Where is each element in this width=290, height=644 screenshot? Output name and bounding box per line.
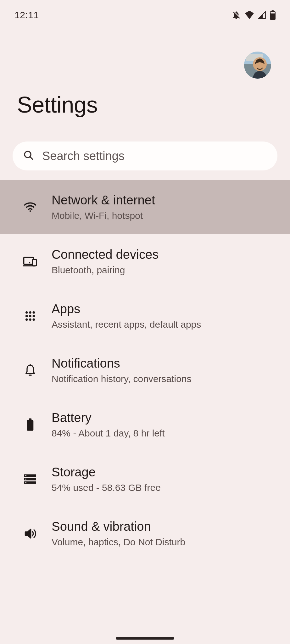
- navigation-handle[interactable]: [116, 637, 174, 640]
- svg-point-19: [33, 315, 35, 317]
- svg-rect-1: [271, 10, 274, 12]
- svg-point-18: [29, 315, 31, 317]
- settings-item-notifications[interactable]: Notifications Notification history, conv…: [0, 343, 290, 397]
- item-title: Sound & vibration: [52, 519, 185, 534]
- volume-icon: [24, 528, 36, 539]
- item-subtitle: 84% - About 1 day, 8 hr left: [52, 428, 165, 439]
- cellular-signal-icon: [258, 11, 266, 19]
- item-subtitle: Notification history, conversations: [52, 374, 192, 384]
- storage-icon: [24, 474, 36, 484]
- svg-point-31: [25, 478, 26, 479]
- svg-point-15: [29, 311, 31, 314]
- svg-rect-12: [32, 259, 37, 266]
- svg-point-13: [29, 262, 30, 263]
- item-subtitle: Bluetooth, pairing: [52, 265, 159, 275]
- profile-avatar[interactable]: [244, 52, 271, 79]
- svg-point-30: [25, 475, 26, 476]
- svg-rect-2: [270, 12, 275, 14]
- wifi-icon: [245, 11, 254, 19]
- svg-rect-25: [27, 420, 34, 430]
- svg-point-21: [29, 318, 31, 321]
- svg-point-16: [33, 311, 35, 314]
- wifi-icon: [24, 202, 37, 212]
- search-icon: [23, 150, 34, 162]
- item-subtitle: Assistant, recent apps, default apps: [52, 319, 201, 330]
- item-title: Battery: [52, 411, 165, 425]
- item-subtitle: Mobile, Wi-Fi, hotspot: [52, 210, 155, 221]
- header: Settings: [0, 23, 290, 118]
- search-placeholder: Search settings: [42, 149, 125, 163]
- item-title: Network & internet: [52, 193, 155, 207]
- item-subtitle: Volume, haptics, Do Not Disturb: [52, 537, 185, 547]
- status-icons: [231, 10, 276, 20]
- item-title: Notifications: [52, 356, 192, 370]
- svg-point-22: [33, 318, 35, 321]
- settings-item-network-internet[interactable]: Network & internet Mobile, Wi-Fi, hotspo…: [0, 180, 290, 234]
- settings-item-battery[interactable]: Battery 84% - About 1 day, 8 hr left: [0, 397, 290, 452]
- settings-item-storage[interactable]: Storage 54% used - 58.63 GB free: [0, 452, 290, 506]
- status-time: 12:11: [14, 10, 39, 20]
- item-title: Connected devices: [52, 247, 159, 262]
- svg-line-8: [30, 157, 33, 159]
- svg-point-14: [25, 311, 28, 314]
- svg-rect-26: [29, 418, 32, 420]
- item-title: Storage: [52, 465, 161, 479]
- status-bar: 12:11: [0, 0, 290, 23]
- search-settings[interactable]: Search settings: [13, 142, 277, 170]
- page-title: Settings: [17, 92, 273, 118]
- item-title: Apps: [52, 302, 201, 316]
- settings-item-sound-vibration[interactable]: Sound & vibration Volume, haptics, Do No…: [0, 506, 290, 561]
- dnd-off-icon: [231, 10, 241, 20]
- svg-point-9: [30, 210, 31, 212]
- apps-grid-icon: [25, 311, 36, 321]
- settings-item-apps[interactable]: Apps Assistant, recent apps, default app…: [0, 289, 290, 343]
- settings-list: Network & internet Mobile, Wi-Fi, hotspo…: [0, 180, 290, 561]
- devices-icon: [23, 257, 37, 267]
- item-subtitle: 54% used - 58.63 GB free: [52, 482, 161, 493]
- battery-icon: [270, 10, 276, 20]
- bell-icon: [25, 364, 36, 377]
- settings-item-connected-devices[interactable]: Connected devices Bluetooth, pairing: [0, 234, 290, 289]
- svg-point-32: [25, 482, 26, 483]
- svg-point-17: [25, 315, 28, 317]
- svg-point-20: [25, 318, 28, 321]
- battery-icon: [26, 418, 34, 431]
